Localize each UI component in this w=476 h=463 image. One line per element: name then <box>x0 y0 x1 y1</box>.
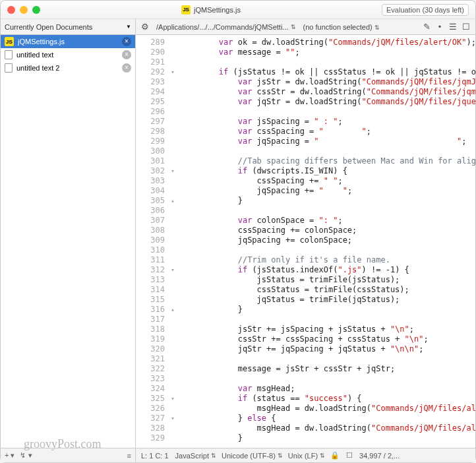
open-files-list: JSjQMSettings.js×untitled text×untitled … <box>1 35 135 448</box>
language-selector[interactable]: JavaScript⇅ <box>175 452 215 460</box>
fold-gutter[interactable]: ▾▾▴▾▴▾▾ <box>169 35 177 448</box>
file-path-dropdown[interactable]: /Applications/.../.../Commands/jQMSetti.… <box>153 22 298 32</box>
encoding-selector[interactable]: Unicode (UTF-8)⇅ <box>222 452 282 460</box>
close-file-button[interactable]: × <box>122 37 131 46</box>
code-area[interactable]: 2892902912922932942952962972982993003013… <box>136 35 475 448</box>
lock-icon[interactable]: 🔒 <box>330 451 340 460</box>
filter-icon[interactable]: ≡ <box>127 452 131 460</box>
add-button[interactable]: + ▾ <box>5 451 15 460</box>
sidebar-file-item[interactable]: untitled text 2× <box>1 61 135 75</box>
file-name-label: untitled text 2 <box>16 64 118 72</box>
sidebar-footer: + ▾ ↯ ▾ ≡ <box>1 448 135 462</box>
pencil-icon[interactable]: ✎ <box>421 22 432 32</box>
toolbar-right: ⚙ /Applications/.../.../Commands/jQMSett… <box>136 19 475 34</box>
evaluation-badge[interactable]: Evaluation (30 days left) <box>382 4 469 16</box>
cursor-position[interactable]: L: 1 C: 1 <box>141 452 169 460</box>
sidebar-file-item[interactable]: untitled text× <box>1 48 135 61</box>
document-icon <box>5 63 13 73</box>
zoom-window-button[interactable] <box>32 6 40 14</box>
gear-icon[interactable]: ⚙ <box>140 22 150 32</box>
bullet-icon[interactable]: • <box>434 22 445 32</box>
file-path-text: /Applications/.../.../Commands/jQMSetti.… <box>156 23 289 31</box>
updown-icon: ⇅ <box>291 24 295 30</box>
open-documents-dropdown[interactable]: Currently Open Documents ▼ <box>1 19 136 34</box>
titlebar: JS jQMSettings.js Evaluation (30 days le… <box>1 1 475 19</box>
toolbar: Currently Open Documents ▼ ⚙ /Applicatio… <box>1 19 475 35</box>
file-size: 34,997 / 2,... <box>359 452 400 460</box>
js-file-icon: JS <box>181 5 191 15</box>
line-number-gutter: 2892902912922932942952962972982993003013… <box>136 35 169 448</box>
sidebar-file-item[interactable]: JSjQMSettings.js× <box>1 35 135 48</box>
window-title: JS jQMSettings.js <box>40 5 382 15</box>
updown-icon: ⇅ <box>374 24 378 31</box>
close-file-button[interactable]: × <box>122 63 131 73</box>
sidebar: JSjQMSettings.js×untitled text×untitled … <box>1 35 136 462</box>
open-documents-label: Currently Open Documents <box>5 23 123 31</box>
close-window-button[interactable] <box>7 6 15 14</box>
code-text[interactable]: var ok = dw.loadString("Commands/jQM/fil… <box>177 35 475 448</box>
document-icon[interactable]: ☐ <box>461 22 471 32</box>
close-file-button[interactable]: × <box>122 50 131 59</box>
document-icon <box>5 50 13 59</box>
minimize-window-button[interactable] <box>20 6 28 14</box>
action-button[interactable]: ↯ ▾ <box>20 451 32 460</box>
status-bar: L: 1 C: 1 JavaScript⇅ Unicode (UTF-8)⇅ U… <box>136 448 475 462</box>
file-name-label: jQMSettings.js <box>18 38 118 46</box>
title-text: jQMSettings.js <box>194 6 241 14</box>
line-ending-selector[interactable]: Unix (LF)⇅ <box>288 452 324 460</box>
chevron-down-icon: ▼ <box>126 24 131 30</box>
editor-pane: 2892902912922932942952962972982993003013… <box>136 35 475 462</box>
window-controls <box>7 6 40 14</box>
save-icon[interactable]: ☐ <box>346 451 353 460</box>
app-window: JS jQMSettings.js Evaluation (30 days le… <box>0 0 476 463</box>
file-name-label: untitled text <box>16 51 118 59</box>
function-selector-dropdown[interactable]: (no function selected) ⇅ <box>301 22 381 32</box>
stack-icon[interactable]: ☰ <box>448 22 458 32</box>
js-file-icon: JS <box>5 37 14 46</box>
function-selector-text: (no function selected) <box>303 23 372 31</box>
main-body: JSjQMSettings.js×untitled text×untitled … <box>1 35 475 462</box>
